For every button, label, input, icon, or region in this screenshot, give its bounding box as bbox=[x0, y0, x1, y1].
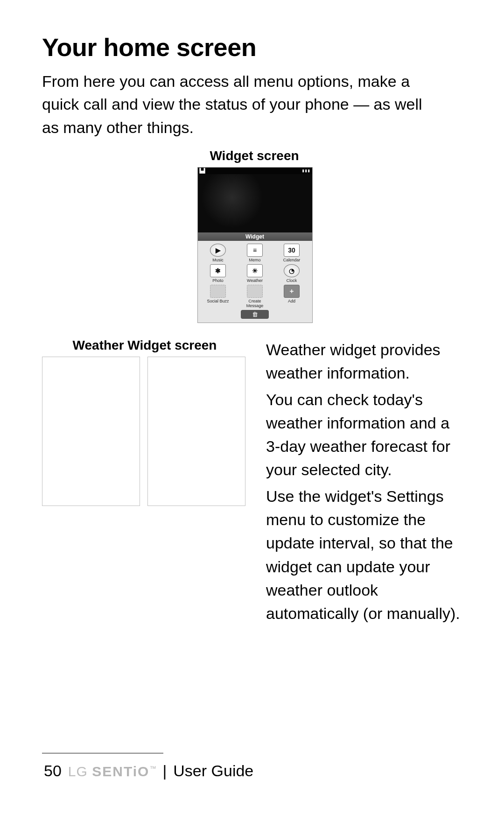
widget-add: ＋ Add bbox=[278, 285, 306, 308]
weather-desc-p3: Use the widget's Settings menu to custom… bbox=[266, 485, 467, 625]
signal-icon: ▙▟ bbox=[200, 169, 205, 173]
widget-label: Add bbox=[278, 299, 306, 303]
brand-sentio: SENTiO bbox=[92, 764, 149, 779]
widget-grid: ▶ Music ≡ Memo 30 Calendar ✱ Pho bbox=[198, 241, 312, 323]
widget-label: Clock bbox=[278, 278, 306, 283]
footer-rule bbox=[42, 753, 163, 753]
widget-label: Music bbox=[204, 258, 232, 262]
widget-screen-caption: Widget screen bbox=[42, 148, 467, 163]
widget-label: Social Buzz bbox=[204, 299, 232, 303]
weather-icon: ☀ bbox=[247, 264, 263, 277]
widget-label: Memo bbox=[241, 258, 269, 262]
phone-wallpaper bbox=[198, 174, 312, 232]
weather-desc-p1: Weather widget provides weather informat… bbox=[266, 338, 467, 385]
intro-paragraph: From here you can access all menu option… bbox=[42, 70, 434, 139]
phone-screenshot: ▙▟ ▮▮▮ Widget ▶ Music ≡ Memo 30 bbox=[197, 167, 313, 323]
clock-icon: ◔ bbox=[284, 264, 300, 277]
widget-weather: ☀ Weather bbox=[241, 264, 269, 283]
widget-memo: ≡ Memo bbox=[241, 244, 269, 262]
footer-guide-label: User Guide bbox=[173, 762, 253, 780]
play-icon: ▶ bbox=[210, 244, 226, 257]
phone-status-bar: ▙▟ ▮▮▮ bbox=[198, 168, 312, 174]
widget-photo: ✱ Photo bbox=[204, 264, 232, 283]
widget-label: Weather bbox=[241, 278, 269, 283]
add-icon: ＋ bbox=[284, 285, 300, 298]
trash-icon: 🗑 bbox=[241, 310, 269, 319]
socialbuzz-icon bbox=[210, 285, 226, 298]
brand-lg: LG bbox=[68, 764, 88, 779]
widget-social-buzz: Social Buzz bbox=[204, 285, 232, 308]
calendar-icon: 30 bbox=[284, 244, 300, 257]
weather-widget-caption: Weather Widget screen bbox=[42, 338, 247, 353]
trademark-symbol: ™ bbox=[149, 765, 156, 772]
create-message-icon bbox=[247, 285, 263, 298]
weather-screenshots-row bbox=[42, 357, 257, 506]
widget-calendar: 30 Calendar bbox=[278, 244, 306, 262]
widget-label: Photo bbox=[204, 278, 232, 283]
widget-clock: ◔ Clock bbox=[278, 264, 306, 283]
weather-screenshot-placeholder-2 bbox=[147, 357, 245, 506]
widget-screenshot-figure: ▙▟ ▮▮▮ Widget ▶ Music ≡ Memo 30 bbox=[197, 167, 312, 323]
memo-icon: ≡ bbox=[247, 244, 263, 257]
page-footer: 50 LG SENTiO™ | User Guide bbox=[0, 753, 504, 780]
photo-icon: ✱ bbox=[210, 264, 226, 277]
footer-separator: | bbox=[162, 762, 167, 780]
weather-screenshot-placeholder-1 bbox=[42, 357, 140, 506]
widget-label: Create Message bbox=[241, 299, 269, 308]
page-number: 50 bbox=[44, 762, 62, 780]
widget-label: Calendar bbox=[278, 258, 306, 262]
weather-desc-p2: You can check today's weather informatio… bbox=[266, 388, 467, 482]
page-title: Your home screen bbox=[42, 33, 467, 62]
battery-icon: ▮▮▮ bbox=[301, 169, 310, 173]
widget-tray-header: Widget bbox=[198, 232, 312, 241]
weather-description: Weather widget provides weather informat… bbox=[257, 338, 467, 628]
widget-music: ▶ Music bbox=[204, 244, 232, 262]
widget-create-message: Create Message bbox=[241, 285, 269, 308]
